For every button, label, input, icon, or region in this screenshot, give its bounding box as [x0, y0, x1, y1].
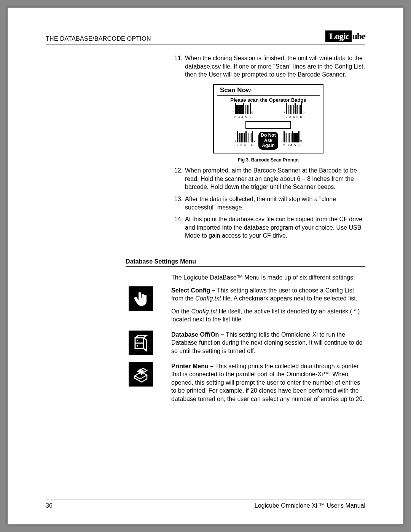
section-heading: Database Settings Menu	[126, 258, 365, 267]
setting-text: Select Config – This setting allows the …	[171, 286, 365, 328]
setting-database-onoff: Database Off/On – This setting tells the…	[46, 331, 365, 360]
figure-3: Scan Now Please scan the Operator Badge …	[171, 84, 365, 163]
step-text: When the cloning Session is finished, th…	[185, 54, 365, 79]
step-text: After the data is collected, the unit wi…	[185, 195, 365, 211]
figure-caption: Fig 3. Barcode Scan Prompt	[238, 157, 299, 163]
header-title: THE DATABASE/BARCODE OPTION	[46, 35, 151, 42]
do-not-ask-button[interactable]: Do Not Ask Again	[258, 132, 278, 150]
barcode-icon: 7 0 2 3 4 5 6	[280, 133, 303, 147]
barcode-icon: 7 0 2 3 4 5 6	[234, 133, 256, 147]
barcode-icon: 7 0 2 3 4 5 6	[283, 105, 305, 119]
setting-text: Printer Menu – This setting prints the c…	[171, 362, 365, 408]
content-column: 11. When the cloning Session is finished…	[171, 54, 365, 240]
step-14: 14. At this point the database.csv file …	[171, 215, 365, 240]
step-number: 11.	[171, 54, 183, 79]
page-header: THE DATABASE/BARCODE OPTION Logicube	[46, 30, 365, 45]
step-text: At this point the database.csv file can …	[185, 215, 365, 240]
step-12: 12. When prompted, aim the Barcode Scann…	[171, 166, 365, 191]
document-page: THE DATABASE/BARCODE OPTION Logicube 11.…	[8, 8, 403, 524]
scan-subtitle: Please scan the Operator Badge	[214, 97, 323, 103]
scan-input-box	[245, 121, 291, 129]
logicube-logo: Logicube	[325, 30, 365, 42]
step-number: 12.	[171, 166, 183, 191]
logo-text: ube	[352, 31, 365, 42]
scan-now-dialog: Scan Now Please scan the Operator Badge …	[213, 84, 323, 153]
barcode-row-top: 7 0 2 3 4 5 6 7 0 2 3 4 5 6	[214, 105, 323, 119]
logo-box: Logic	[325, 30, 351, 42]
page-number: 36	[46, 502, 53, 509]
database-box-icon	[129, 331, 153, 355]
printer-icon	[129, 362, 153, 387]
scan-title: Scan Now	[217, 85, 320, 96]
step-number: 14.	[171, 215, 183, 240]
page-footer: 36 Logicube Omniclone Xi ™ User's Manual	[46, 500, 365, 509]
barcode-row-bottom: 7 0 2 3 4 5 6 Do Not Ask Again 7 0	[214, 131, 323, 150]
manual-title: Logicube Omniclone Xi ™ User's Manual	[255, 502, 365, 509]
setting-printer-menu: Printer Menu – This setting prints the c…	[46, 362, 365, 408]
step-13: 13. After the data is collected, the uni…	[171, 195, 365, 211]
hand-pointer-icon	[129, 286, 153, 311]
setting-select-config: Select Config – This setting allows the …	[46, 286, 365, 328]
setting-text: Database Off/On – This setting tells the…	[171, 331, 365, 360]
barcode-icon: 7 0 2 3 4 5 6	[231, 105, 254, 119]
svg-point-3	[137, 345, 138, 347]
step-number: 13.	[171, 195, 183, 211]
svg-point-2	[137, 340, 138, 341]
step-11: 11. When the cloning Session is finished…	[171, 54, 365, 79]
section-intro: The Logicube DataBase™ Menu is made up o…	[171, 273, 365, 282]
step-text: When prompted, aim the Barcode Scanner a…	[185, 166, 365, 191]
